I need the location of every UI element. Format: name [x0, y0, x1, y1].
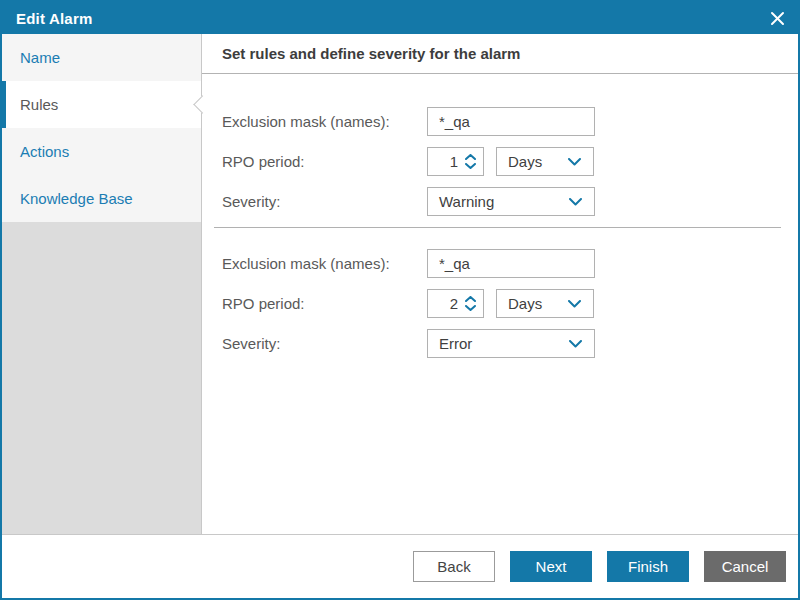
next-button[interactable]: Next: [510, 551, 592, 582]
exclusion-mask-label: Exclusion mask (names):: [222, 113, 427, 130]
dialog-titlebar: Edit Alarm: [2, 2, 798, 34]
rpo-period-value: 1: [428, 153, 463, 170]
rpo-period-value: 2: [428, 295, 463, 312]
exclusion-mask-input[interactable]: [427, 249, 595, 278]
spinner-up-icon[interactable]: [465, 296, 476, 302]
sidebar-filler: [2, 222, 201, 534]
severity-label: Severity:: [222, 193, 427, 210]
sidebar-item-name[interactable]: Name: [2, 34, 201, 81]
severity-row: Severity: Error: [222, 329, 798, 358]
severity-label: Severity:: [222, 335, 427, 352]
chevron-down-icon: [568, 300, 581, 308]
cancel-button[interactable]: Cancel: [704, 551, 786, 582]
exclusion-mask-row: Exclusion mask (names):: [222, 107, 798, 136]
rpo-period-label: RPO period:: [222, 295, 427, 312]
spinner-down-icon[interactable]: [465, 163, 476, 169]
sidebar-item-knowledge-base[interactable]: Knowledge Base: [2, 175, 201, 222]
rpo-period-spinner[interactable]: 1: [427, 147, 484, 176]
exclusion-mask-row: Exclusion mask (names):: [222, 249, 798, 278]
exclusion-mask-input[interactable]: [427, 107, 595, 136]
wizard-step-list: Name Rules Actions Knowledge Base: [2, 34, 202, 534]
back-button[interactable]: Back: [413, 551, 495, 582]
severity-dropdown[interactable]: Warning: [427, 187, 595, 216]
rpo-period-row: RPO period: 2: [222, 289, 798, 318]
page-title: Set rules and define severity for the al…: [202, 34, 798, 74]
rpo-unit-dropdown[interactable]: Days: [496, 289, 594, 318]
spinner-down-icon[interactable]: [465, 305, 476, 311]
group-divider: [214, 227, 781, 228]
severity-dropdown[interactable]: Error: [427, 329, 595, 358]
chevron-down-icon: [568, 158, 581, 166]
rpo-period-label: RPO period:: [222, 153, 427, 170]
close-icon[interactable]: [768, 9, 786, 27]
chevron-down-icon: [569, 198, 582, 206]
dialog-footer: Back Next Finish Cancel: [2, 534, 798, 598]
rules-form: Exclusion mask (names): RPO period: 1: [202, 74, 798, 358]
exclusion-mask-label: Exclusion mask (names):: [222, 255, 427, 272]
rpo-unit-value: Days: [508, 153, 542, 170]
finish-button[interactable]: Finish: [607, 551, 689, 582]
edit-alarm-dialog: Edit Alarm Name Rules Actions Knowledge …: [0, 0, 800, 600]
severity-value: Warning: [439, 193, 494, 210]
rpo-unit-value: Days: [508, 295, 542, 312]
chevron-down-icon: [569, 340, 582, 348]
severity-value: Error: [439, 335, 472, 352]
rpo-period-row: RPO period: 1: [222, 147, 798, 176]
sidebar-item-rules[interactable]: Rules: [2, 81, 201, 128]
severity-row: Severity: Warning: [222, 187, 798, 216]
dialog-title: Edit Alarm: [16, 10, 92, 27]
dialog-body: Name Rules Actions Knowledge Base Set ru…: [2, 34, 798, 534]
rpo-period-spinner[interactable]: 2: [427, 289, 484, 318]
sidebar-item-actions[interactable]: Actions: [2, 128, 201, 175]
spinner-up-icon[interactable]: [465, 154, 476, 160]
rpo-unit-dropdown[interactable]: Days: [496, 147, 594, 176]
content-pane: Set rules and define severity for the al…: [202, 34, 798, 534]
